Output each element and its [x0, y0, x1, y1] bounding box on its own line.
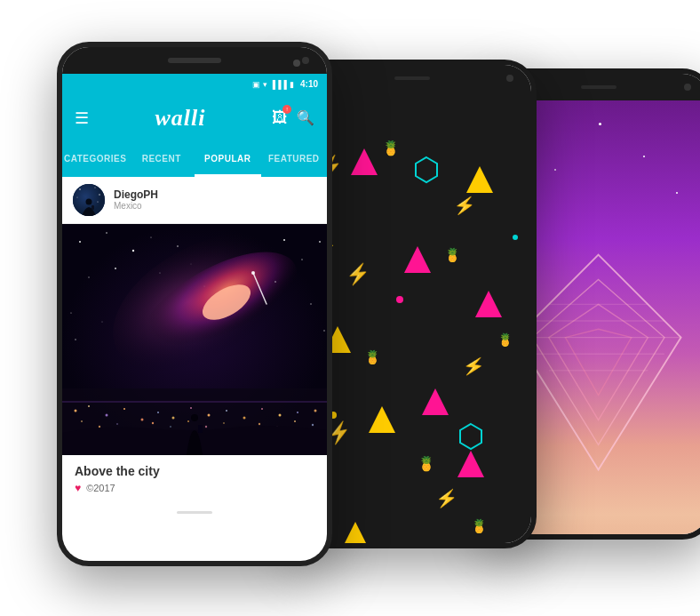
svg-marker-37 [460, 424, 481, 449]
svg-text:🍍: 🍍 [364, 349, 381, 365]
svg-point-86 [261, 408, 263, 410]
status-time: 4:10 [300, 79, 318, 89]
svg-text:⚡: ⚡ [435, 487, 458, 509]
front-camera [684, 84, 691, 91]
svg-point-91 [99, 425, 100, 427]
svg-point-75 [75, 409, 77, 412]
battery-icon: ▮ [290, 80, 294, 89]
svg-point-53 [79, 241, 81, 243]
tab-categories[interactable]: CATEGORIES [62, 141, 129, 177]
wifi-icon: ▾ [263, 80, 267, 89]
svg-point-66 [102, 321, 103, 322]
svg-marker-2 [549, 304, 648, 420]
svg-point-98 [223, 422, 225, 424]
svg-marker-0 [516, 254, 681, 469]
svg-text:⚡: ⚡ [345, 260, 371, 286]
svg-point-44 [99, 194, 99, 195]
user-location: Mexico [114, 201, 158, 211]
svg-text:🍍: 🍍 [471, 518, 488, 534]
phones-container: ⚡ ⚡ ⚡ ⚡ ⚡ ⚡ [12, 15, 688, 602]
svg-point-77 [106, 413, 108, 416]
bottom-bar [62, 500, 327, 526]
menu-icon[interactable]: ☰ [75, 108, 89, 128]
svg-point-42 [79, 188, 81, 190]
star5 [554, 169, 556, 171]
svg-point-85 [243, 416, 246, 419]
speaker-grill [581, 85, 616, 89]
heart-icon: ♥ [75, 482, 81, 494]
svg-marker-19 [475, 291, 502, 317]
status-icons: ▣ ▾ ▐▐▐ ▮ 4:10 [252, 79, 318, 89]
home-indicator [177, 511, 212, 514]
middle-speaker [394, 76, 430, 80]
toolbar-actions: 🖼 ! 🔍 [272, 108, 314, 127]
svg-point-79 [141, 418, 144, 420]
svg-marker-35 [416, 157, 437, 182]
search-button[interactable]: 🔍 [297, 109, 314, 126]
caption-area: Above the city ♥ ©2017 [62, 455, 327, 500]
svg-point-68 [323, 330, 325, 332]
middle-camera [506, 75, 513, 82]
caption-meta: ♥ ©2017 [75, 482, 314, 494]
svg-point-43 [94, 187, 95, 188]
avatar-image [73, 184, 105, 216]
svg-point-45 [77, 196, 78, 197]
main-speaker [177, 59, 212, 62]
tab-recent[interactable]: RECENT [129, 141, 195, 177]
svg-point-97 [205, 425, 207, 427]
svg-point-72 [191, 263, 192, 264]
like-count: ©2017 [86, 483, 115, 493]
phone-main: ▣ ▾ ▐▐▐ ▮ 4:10 ☰ walli 🖼 ! 🔍 [57, 42, 332, 566]
svg-point-80 [157, 412, 159, 413]
svg-point-62 [115, 268, 116, 269]
svg-point-95 [170, 426, 171, 428]
download-button[interactable]: 🖼 ! [272, 108, 288, 127]
svg-point-90 [81, 420, 83, 422]
svg-point-102 [294, 420, 296, 422]
svg-point-82 [190, 407, 192, 409]
svg-text:⚡: ⚡ [453, 194, 477, 217]
wallpaper-image[interactable] [62, 224, 327, 455]
signal-icon: ▐▐▐ [270, 80, 287, 89]
svg-marker-17 [404, 246, 431, 273]
star3 [599, 123, 601, 125]
svg-point-58 [283, 239, 285, 241]
svg-point-83 [208, 413, 211, 416]
svg-point-61 [88, 276, 89, 277]
phone-main-screen: ▣ ▾ ▐▐▐ ▮ 4:10 ☰ walli 🖼 ! 🔍 [62, 47, 327, 561]
svg-point-84 [226, 410, 227, 412]
svg-text:🍍: 🍍 [418, 455, 435, 472]
svg-rect-105 [198, 425, 203, 433]
vibrate-icon: ▣ [252, 80, 260, 89]
svg-text:🍍: 🍍 [497, 332, 513, 348]
svg-point-89 [314, 409, 317, 412]
svg-point-78 [123, 408, 125, 410]
svg-marker-3 [566, 329, 632, 395]
svg-point-96 [187, 420, 189, 422]
svg-point-76 [88, 405, 90, 407]
user-info: DiegoPH Mexico [114, 188, 158, 211]
star2 [643, 156, 645, 157]
svg-point-64 [70, 312, 71, 313]
svg-marker-22 [342, 522, 369, 543]
svg-marker-20 [369, 406, 395, 433]
user-name: DiegoPH [114, 188, 158, 201]
svg-point-81 [172, 416, 175, 419]
svg-point-100 [259, 422, 260, 424]
svg-point-63 [274, 281, 276, 283]
tab-featured[interactable]: FEATURED [261, 141, 328, 177]
nav-tabs: CATEGORIES RECENT POPULAR FEATURED [62, 141, 327, 177]
svg-text:🍍: 🍍 [444, 247, 461, 263]
svg-marker-16 [466, 166, 493, 193]
svg-point-46 [97, 201, 98, 202]
tab-popular[interactable]: POPULAR [195, 141, 261, 177]
svg-marker-15 [351, 148, 378, 175]
svg-point-67 [310, 303, 311, 304]
svg-point-94 [152, 421, 154, 423]
status-bar: ▣ ▾ ▐▐▐ ▮ 4:10 [62, 74, 327, 95]
user-strip: DiegoPH Mexico [62, 177, 327, 224]
svg-point-103 [312, 423, 314, 425]
svg-text:⚡: ⚡ [461, 354, 486, 378]
svg-point-92 [116, 423, 118, 425]
svg-point-38 [396, 296, 403, 303]
